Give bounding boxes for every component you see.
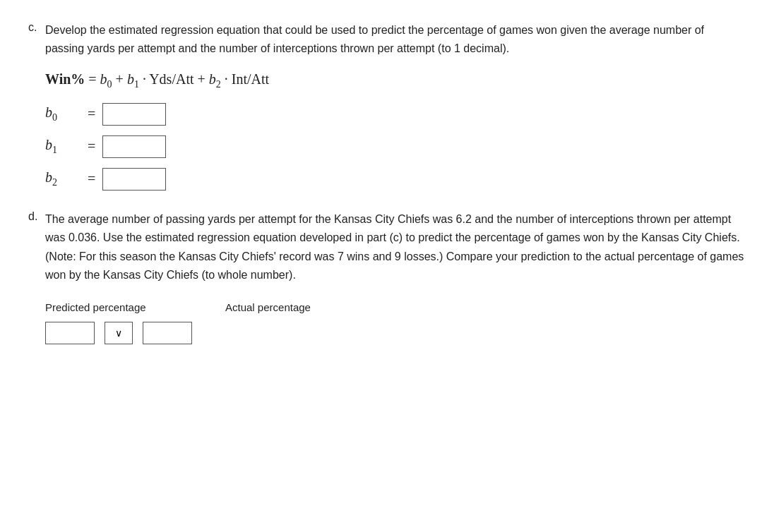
b0-input[interactable] (102, 103, 166, 126)
chevron-down-icon: ∨ (115, 327, 122, 339)
section-d: d. The average number of passing yards p… (28, 210, 746, 345)
labels-row: Predicted percentage Actual percentage (45, 301, 746, 313)
b1-label: b1 (45, 137, 81, 156)
section-d-container: d. The average number of passing yards p… (28, 210, 746, 285)
predicted-label: Predicted percentage (45, 301, 169, 313)
actual-label: Actual percentage (225, 301, 311, 313)
section-d-text: The average number of passing yards per … (45, 210, 746, 285)
predicted-input[interactable] (45, 322, 95, 344)
b0-row: b0 = (45, 103, 746, 126)
b2-label: b2 (45, 169, 81, 188)
b0-equals: = (88, 106, 95, 122)
actual-input[interactable] (143, 322, 192, 344)
section-c-container: c. Develop the estimated regression equa… (28, 21, 746, 59)
b1-equals: = (88, 138, 95, 155)
b2-equals: = (88, 171, 95, 187)
predicted-actual-area: Predicted percentage Actual percentage ∨ (45, 301, 746, 344)
b2-input[interactable] (102, 168, 166, 191)
section-c: c. Develop the estimated regression equa… (28, 21, 746, 191)
b0-label: b0 (45, 104, 81, 123)
dropdown-button[interactable]: ∨ (105, 322, 133, 344)
equation-text: Win% = b0 + b1 · Yds/Att + b2 · Int/Att (45, 71, 269, 87)
b1-input[interactable] (102, 135, 166, 158)
regression-equation: Win% = b0 + b1 · Yds/Att + b2 · Int/Att (45, 71, 746, 90)
inputs-row: ∨ (45, 322, 746, 344)
section-c-text: Develop the estimated regression equatio… (45, 21, 746, 59)
section-d-letter: d. (28, 210, 41, 285)
b2-row: b2 = (45, 168, 746, 191)
section-c-letter: c. (28, 21, 41, 59)
b1-row: b1 = (45, 135, 746, 158)
